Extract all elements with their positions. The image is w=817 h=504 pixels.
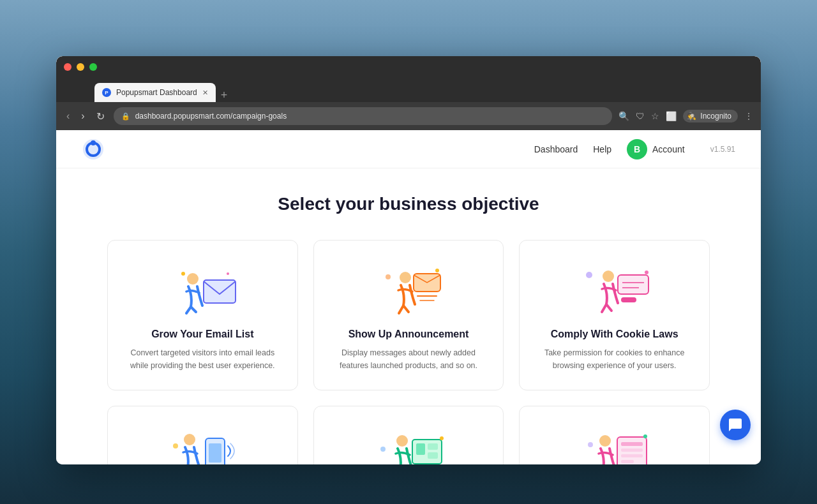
svg-rect-27	[416, 443, 425, 455]
svg-point-19	[645, 271, 648, 274]
svg-point-24	[173, 443, 178, 448]
card-phone[interactable]: Increase Phone Calls Enhance your call t…	[107, 406, 298, 464]
tab-close-button[interactable]: ✕	[202, 89, 208, 97]
svg-point-33	[440, 436, 444, 440]
shield-icon: 🛡	[636, 111, 645, 121]
svg-rect-28	[428, 443, 438, 450]
illustration-announce	[370, 261, 447, 318]
svg-rect-29	[428, 452, 438, 459]
svg-rect-39	[621, 460, 634, 463]
card-products[interactable]: Promote Your Products Market your produc…	[313, 406, 504, 464]
app-header: Dashboard Help B Account v1.5.91	[56, 130, 761, 168]
svg-point-11	[386, 274, 391, 279]
account-avatar: B	[627, 139, 647, 159]
chat-button[interactable]	[720, 410, 751, 440]
more-menu-icon[interactable]: ⋮	[744, 111, 753, 121]
card-email-title: Grow Your Email List	[151, 329, 253, 340]
illustration-products	[370, 427, 447, 464]
card-form[interactable]: Collect Form Submission Gather personal …	[519, 406, 710, 464]
card-cookie-desc: Take permission for cookies to enhance b…	[535, 346, 694, 372]
svg-point-12	[435, 269, 439, 272]
active-tab[interactable]: P Popupsmart Dashboard ✕	[94, 83, 216, 102]
version-badge: v1.5.91	[710, 145, 735, 154]
sidebar-icon[interactable]: ⬜	[666, 111, 677, 121]
lock-icon: 🔒	[121, 112, 130, 121]
svg-rect-38	[621, 454, 643, 457]
svg-rect-4	[204, 280, 236, 303]
tab-favicon: P	[102, 88, 111, 97]
svg-rect-14	[618, 275, 648, 294]
svg-rect-17	[621, 297, 636, 302]
page-title: Select your business objective	[107, 194, 710, 214]
close-dot[interactable]	[64, 63, 71, 71]
tab-title: Popupsmart Dashboard	[116, 88, 197, 97]
card-cookie-title: Comply With Cookie Laws	[551, 329, 678, 340]
minimize-dot[interactable]	[77, 63, 84, 71]
url-text: dashboard.popupsmart.com/campaign-goals	[135, 112, 287, 121]
back-button[interactable]: ‹	[64, 108, 72, 124]
card-email-list[interactable]: Grow Your Email List Convert targeted vi…	[107, 240, 298, 390]
illustration-cookie	[576, 261, 653, 318]
card-cookie[interactable]: Comply With Cookie Laws Take permission …	[519, 240, 710, 390]
card-announce-desc: Display messages about newly added featu…	[329, 346, 488, 372]
maximize-dot[interactable]	[89, 63, 97, 71]
incognito-badge: 🕵 Incognito	[683, 110, 738, 122]
browser-toolbar: ‹ › ↻ 🔒 dashboard.popupsmart.com/campaig…	[56, 102, 761, 130]
incognito-label: Incognito	[700, 112, 731, 121]
forward-button[interactable]: ›	[79, 108, 87, 124]
app-logo	[82, 138, 105, 161]
search-icon[interactable]: 🔍	[618, 111, 629, 121]
svg-point-32	[380, 447, 386, 452]
card-email-desc: Convert targeted visitors into email lea…	[123, 346, 282, 372]
svg-rect-37	[621, 448, 643, 452]
svg-point-34	[599, 435, 611, 447]
svg-rect-22	[209, 443, 221, 463]
svg-point-3	[187, 273, 199, 285]
svg-point-25	[396, 435, 408, 447]
incognito-icon: 🕵	[687, 112, 696, 121]
new-tab-button[interactable]: +	[221, 89, 228, 102]
illustration-email	[164, 261, 241, 318]
nav-help[interactable]: Help	[593, 144, 611, 154]
illustration-form	[576, 427, 653, 464]
svg-point-7	[400, 272, 411, 283]
card-announcement[interactable]: Show Up Announcement Display messages ab…	[313, 240, 504, 390]
account-menu[interactable]: B Account	[627, 139, 685, 159]
svg-point-6	[227, 272, 229, 275]
svg-point-41	[588, 442, 593, 447]
svg-rect-36	[621, 442, 643, 446]
main-content: Select your business objective	[56, 168, 761, 464]
browser-window: P Popupsmart Dashboard ✕ + ‹ › ↻ 🔒 dashb…	[56, 56, 761, 464]
toolbar-actions: 🔍 🛡 ☆ ⬜ 🕵 Incognito ⋮	[618, 110, 753, 122]
tab-bar: P Popupsmart Dashboard ✕ +	[56, 78, 761, 102]
nav-dashboard[interactable]: Dashboard	[534, 144, 578, 154]
svg-point-18	[586, 272, 592, 278]
svg-point-42	[643, 434, 647, 438]
app-content: Dashboard Help B Account v1.5.91 Select …	[56, 130, 761, 464]
card-announce-title: Show Up Announcement	[349, 329, 469, 340]
star-icon[interactable]: ☆	[651, 111, 659, 121]
svg-point-20	[184, 434, 195, 445]
svg-point-13	[603, 271, 614, 282]
header-nav: Dashboard Help B Account v1.5.91	[534, 139, 735, 159]
refresh-button[interactable]: ↻	[94, 108, 107, 125]
browser-titlebar	[56, 56, 761, 78]
svg-point-2	[91, 140, 96, 145]
illustration-phone	[164, 427, 241, 464]
cards-grid: Grow Your Email List Convert targeted vi…	[107, 240, 710, 464]
address-bar[interactable]: 🔒 dashboard.popupsmart.com/campaign-goal…	[114, 107, 613, 125]
account-label: Account	[652, 144, 685, 154]
svg-point-5	[181, 272, 185, 276]
